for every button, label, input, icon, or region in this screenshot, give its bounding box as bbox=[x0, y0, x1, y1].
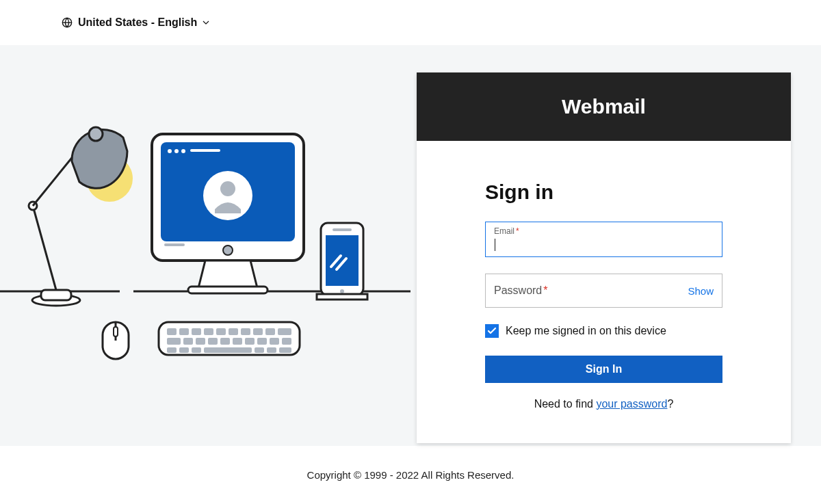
svg-rect-15 bbox=[190, 149, 220, 152]
main-content: Webmail Sign in Email * Password bbox=[0, 45, 821, 446]
locale-label: United States - English bbox=[78, 16, 197, 29]
svg-line-5 bbox=[33, 206, 56, 290]
svg-rect-54 bbox=[192, 347, 201, 353]
copyright-text: Copyright © 1999 - 2022 All Rights Reser… bbox=[307, 469, 514, 481]
svg-rect-19 bbox=[164, 243, 185, 246]
svg-rect-52 bbox=[167, 347, 177, 353]
svg-point-14 bbox=[181, 149, 185, 153]
svg-rect-27 bbox=[317, 294, 367, 300]
password-field-group: Password * Show bbox=[485, 274, 722, 308]
keep-signed-in-label: Keep me signed in on this device bbox=[506, 325, 666, 337]
svg-rect-57 bbox=[267, 347, 276, 353]
password-field-wrapper[interactable]: Password * Show bbox=[485, 274, 722, 308]
svg-rect-43 bbox=[183, 338, 193, 345]
sign-in-button[interactable]: Sign In bbox=[485, 356, 722, 383]
password-label-text: Password bbox=[494, 284, 542, 297]
svg-rect-50 bbox=[270, 338, 279, 345]
footer: Copyright © 1999 - 2022 All Rights Reser… bbox=[0, 446, 821, 504]
locale-selector[interactable]: United States - English bbox=[62, 16, 209, 29]
chevron-down-icon bbox=[203, 19, 209, 26]
svg-rect-55 bbox=[204, 347, 252, 353]
svg-point-13 bbox=[174, 149, 179, 153]
svg-rect-46 bbox=[220, 338, 230, 345]
svg-rect-30 bbox=[114, 327, 118, 336]
help-prefix: Need to find bbox=[534, 398, 597, 410]
help-suffix: ? bbox=[667, 398, 673, 410]
help-row: Need to find your password? bbox=[485, 398, 722, 410]
svg-rect-39 bbox=[253, 328, 263, 335]
svg-rect-42 bbox=[167, 338, 181, 345]
forgot-password-link[interactable]: your password bbox=[596, 398, 667, 410]
email-label: Email * bbox=[494, 226, 714, 236]
svg-rect-41 bbox=[278, 328, 291, 335]
svg-point-24 bbox=[340, 289, 344, 293]
text-cursor bbox=[495, 239, 495, 251]
svg-rect-47 bbox=[233, 338, 242, 345]
svg-rect-56 bbox=[255, 347, 264, 353]
svg-rect-49 bbox=[257, 338, 267, 345]
svg-rect-58 bbox=[279, 347, 291, 353]
svg-rect-51 bbox=[282, 338, 291, 345]
show-password-link[interactable]: Show bbox=[688, 285, 714, 297]
email-field-wrapper[interactable]: Email * bbox=[485, 222, 722, 257]
email-input[interactable] bbox=[494, 237, 714, 252]
svg-rect-22 bbox=[326, 235, 359, 286]
svg-rect-4 bbox=[41, 290, 71, 300]
email-label-text: Email bbox=[494, 226, 514, 236]
workspace-illustration bbox=[0, 86, 410, 380]
svg-rect-48 bbox=[245, 338, 255, 345]
check-icon bbox=[487, 326, 497, 336]
svg-rect-33 bbox=[179, 328, 189, 335]
svg-point-17 bbox=[220, 181, 235, 196]
globe-icon bbox=[62, 17, 73, 28]
svg-rect-34 bbox=[192, 328, 201, 335]
header: United States - English bbox=[0, 0, 821, 45]
card-body: Sign in Email * Password * bbox=[417, 141, 791, 443]
svg-point-18 bbox=[223, 246, 233, 255]
card-title: Webmail bbox=[417, 72, 791, 141]
svg-rect-23 bbox=[333, 228, 352, 231]
sign-in-heading: Sign in bbox=[485, 181, 722, 204]
svg-rect-53 bbox=[179, 347, 189, 353]
svg-rect-37 bbox=[229, 328, 238, 335]
keep-signed-in-checkbox[interactable] bbox=[485, 324, 499, 338]
keep-signed-in-row: Keep me signed in on this device bbox=[485, 324, 722, 338]
svg-rect-20 bbox=[188, 287, 268, 293]
svg-point-9 bbox=[89, 127, 103, 141]
svg-rect-40 bbox=[265, 328, 275, 335]
svg-rect-38 bbox=[241, 328, 250, 335]
required-indicator: * bbox=[516, 226, 519, 236]
svg-rect-35 bbox=[204, 328, 213, 335]
svg-rect-32 bbox=[167, 328, 177, 335]
svg-rect-36 bbox=[216, 328, 226, 335]
required-indicator: * bbox=[543, 284, 547, 297]
password-label: Password * bbox=[494, 284, 547, 297]
svg-point-12 bbox=[168, 149, 172, 153]
svg-rect-45 bbox=[208, 338, 218, 345]
svg-rect-44 bbox=[196, 338, 205, 345]
login-card: Webmail Sign in Email * Password bbox=[417, 72, 791, 443]
email-field-group: Email * bbox=[485, 222, 722, 257]
